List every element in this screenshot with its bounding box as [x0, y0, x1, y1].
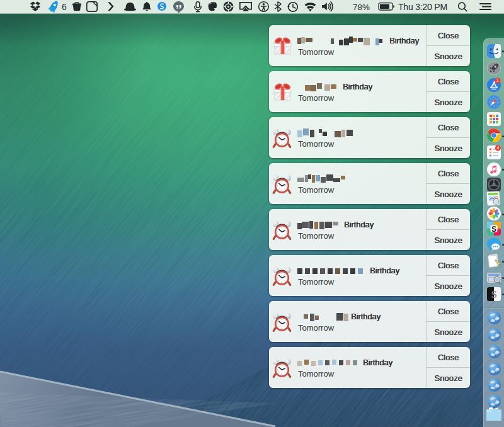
svg-text:78%: 78%: [353, 3, 370, 12]
svg-text:S: S: [491, 225, 496, 234]
svg-text:1: 1: [496, 78, 499, 83]
svg-text:4: 4: [497, 145, 500, 150]
svg-text:Thu 3:20 PM: Thu 3:20 PM: [398, 2, 447, 12]
svg-text:6: 6: [62, 2, 67, 12]
svg-text:S: S: [491, 289, 497, 300]
